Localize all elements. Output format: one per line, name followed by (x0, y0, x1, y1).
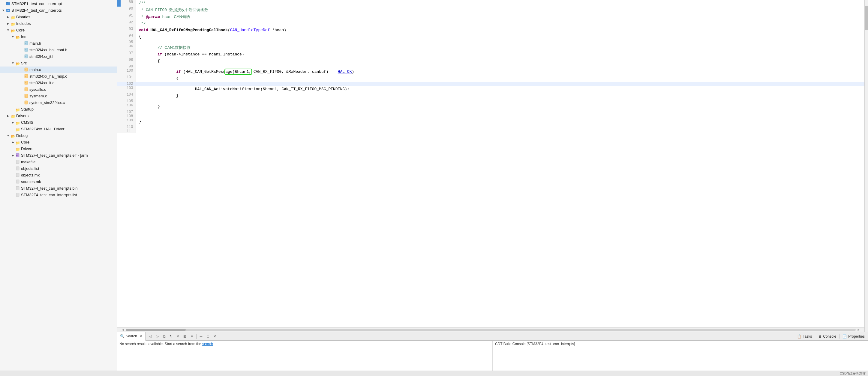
code-content-97[interactable]: if (hcan->Instance == hcan1.Instance) (135, 51, 864, 58)
toolbar-back-btn[interactable]: ◁ (147, 334, 153, 339)
sidebar-item-stm32f4xx-it-c[interactable]: c stm32f4xx_it.c (0, 80, 117, 86)
code-content-96[interactable]: // CAN1数据接收 (135, 44, 864, 51)
sidebar-item-hal-driver[interactable]: 📁 STM32F4xx_HAL_Driver (0, 126, 117, 132)
code-content-106[interactable]: } (135, 103, 864, 110)
toolbar-refresh-btn[interactable]: ↻ (168, 334, 174, 339)
code-content-89[interactable]: /** (135, 0, 864, 7)
sidebar-item-objects-mk[interactable]: objects.mk (0, 172, 117, 178)
code-content-110[interactable] (135, 125, 864, 129)
code-content-95[interactable] (135, 40, 864, 44)
sidebar-item-sysmem[interactable]: c sysmem.c (0, 93, 117, 99)
sidebar-item-main-c[interactable]: c main.c (0, 67, 117, 73)
sidebar-item-debug-core[interactable]: ▶ 📁 Core (0, 139, 117, 146)
sidebar-item-inc[interactable]: ▼ 📂 Inc (0, 34, 117, 40)
toolbar-expand-btn[interactable]: ⊞ (182, 334, 188, 339)
code-content-93[interactable]: void HAL_CAN_RxFifo0MsgPendingCallback(C… (135, 27, 864, 34)
sidebar-item-stm32f4xx-hal-msp[interactable]: c stm32f4xx_hal_msp.c (0, 73, 117, 80)
sidebar-item-label: Debug (16, 133, 28, 139)
sidebar-item-cmsis[interactable]: ▶ 📁 CMSIS (0, 119, 117, 126)
code-content-103[interactable]: HAL_CAN_ActivateNotification(&hcan1, CAN… (135, 86, 864, 93)
sidebar-item-src[interactable]: ▼ 📂 Src (0, 60, 117, 67)
line-number-107: 107 (121, 110, 135, 114)
sidebar-item-stm32f4xx-it-h[interactable]: h stm32f4xx_it.h (0, 53, 117, 60)
line-number-101: 101 (121, 75, 135, 82)
sidebar-item-list[interactable]: STM32F4_test_can_interrpts.list (0, 192, 117, 198)
code-content-102[interactable] (135, 82, 864, 86)
sidebar-item-makefile[interactable]: makefile (0, 159, 117, 165)
vscroll-thumb[interactable] (865, 6, 868, 30)
sidebar-item-binaries[interactable]: ▶ 📁 Binaries (0, 14, 117, 21)
code-content-90[interactable]: * CAN FIFO0 数据接收中断回调函数 (135, 7, 864, 13)
line-marker-99 (117, 64, 121, 69)
sidebar-item-stm32f4[interactable]: ▼ IDE STM32F4_test_can_interrpts (0, 7, 117, 14)
sidebar-item-system-stm32f4xx[interactable]: c system_stm32f4xx.c (0, 99, 117, 106)
sidebar-item-label: STM32F4_test_can_interrpts.bin (21, 185, 78, 192)
line-marker-92 (117, 21, 121, 27)
code-row-108: 108 (117, 114, 864, 118)
code-content-99[interactable] (135, 64, 864, 69)
sidebar-item-elf[interactable]: ▶ ELF STM32F4_test_can_interrpts.elf - [… (0, 152, 117, 159)
code-content-91[interactable]: * @param hcan CAN句柄 (135, 13, 864, 21)
sidebar-item-debug[interactable]: ▼ 📂 Debug (0, 132, 117, 139)
toolbar-minimize-btn[interactable]: ─ (198, 334, 204, 339)
line-marker-103 (117, 86, 121, 93)
search-panel-content: No search results available. Start a sea… (117, 341, 493, 371)
folder-icon: 📁 (10, 21, 16, 26)
search-tab-close[interactable]: ✕ (140, 334, 142, 338)
sidebar-item-label: STM32F4_test_can_interrpts.elf - [arm (21, 152, 88, 159)
sidebar-item-label: makefile (21, 159, 35, 165)
sidebar-item-sources-mk[interactable]: sources.mk (0, 178, 117, 185)
code-content-111[interactable] (135, 129, 864, 133)
tab-search[interactable]: 🔍 Search ✕ (117, 332, 146, 341)
svg-rect-24 (16, 160, 19, 164)
tab-properties[interactable]: 📄 Properties (839, 334, 868, 339)
search-tab-label: Search (126, 334, 137, 338)
file-explorer: STM32F1_test_can_interrupt ▼ IDE STM32F4… (0, 0, 117, 371)
code-content-105[interactable] (135, 99, 864, 103)
file-icon (15, 193, 21, 198)
sidebar-item-stm32f1[interactable]: STM32F1_test_can_interrupt (0, 1, 117, 7)
code-content-107[interactable] (135, 110, 864, 114)
code-content-101[interactable]: { (135, 75, 864, 82)
sidebar-item-startup[interactable]: 📁 Startup (0, 106, 117, 113)
sidebar-item-drivers[interactable]: ▶ 📁 Drivers (0, 113, 117, 119)
code-content-98[interactable]: { (135, 58, 864, 64)
toolbar-close-panel-btn[interactable]: ✕ (212, 334, 218, 339)
horizontal-scrollbar[interactable]: ◀ ▶ (117, 328, 864, 332)
code-content-100[interactable]: if (HAL_CAN_GetRxMessage(&hcan1, CAN_RX_… (135, 69, 864, 75)
code-content-94[interactable]: { (135, 34, 864, 40)
vertical-scrollbar[interactable] (864, 0, 868, 332)
code-content-109[interactable]: } (135, 118, 864, 125)
toolbar-stop-btn[interactable]: ✕ (175, 334, 181, 339)
toolbar-copy-btn[interactable]: ⧉ (161, 334, 167, 339)
sidebar-item-debug-drivers[interactable]: 📁 Drivers (0, 146, 117, 152)
sidebar-item-core[interactable]: ▼ 📂 Core (0, 27, 117, 34)
sidebar-item-stm32f4xx-hal-conf[interactable]: h stm32f4xx_hal_conf.h (0, 47, 117, 53)
sidebar-item-objects-list[interactable]: objects.list (0, 165, 117, 172)
code-row-106: 106 } (117, 103, 864, 110)
tab-console[interactable]: 🖥 Console (815, 334, 839, 339)
search-link[interactable]: search (202, 342, 213, 346)
toolbar-forward-btn[interactable]: ▷ (154, 334, 160, 339)
hscroll-track[interactable] (126, 329, 856, 331)
sidebar-item-main-h[interactable]: h main.h (0, 40, 117, 47)
code-scroll-container[interactable]: 89 /** 90 * CAN FIFO0 数据接收中断回调函数 (117, 0, 864, 328)
line-marker-108 (117, 114, 121, 118)
sidebar-item-includes[interactable]: ▶ 📁 Includes (0, 21, 117, 27)
sidebar-item-bin[interactable]: STM32F4_test_can_interrpts.bin (0, 185, 117, 192)
toolbar-maximize-btn[interactable]: □ (205, 334, 211, 339)
code-content-108[interactable] (135, 114, 864, 118)
tree-arrow: ▶ (11, 139, 15, 145)
svg-text:ELF: ELF (16, 155, 19, 156)
hscroll-thumb[interactable] (126, 329, 186, 331)
toolbar-collapse-btn[interactable]: ≡ (189, 334, 195, 339)
toolbar-separator (196, 334, 196, 339)
file-header-icon: h (23, 48, 29, 53)
code-content-92[interactable]: */ (135, 21, 864, 27)
sidebar-item-syscalls[interactable]: c syscalls.c (0, 86, 117, 93)
search-tab-icon: 🔍 (120, 334, 125, 338)
line-marker-109 (117, 118, 121, 125)
file-c-icon: c (23, 74, 29, 79)
tab-tasks[interactable]: 📋 Tasks (794, 334, 815, 339)
code-content-104[interactable]: } (135, 93, 864, 99)
